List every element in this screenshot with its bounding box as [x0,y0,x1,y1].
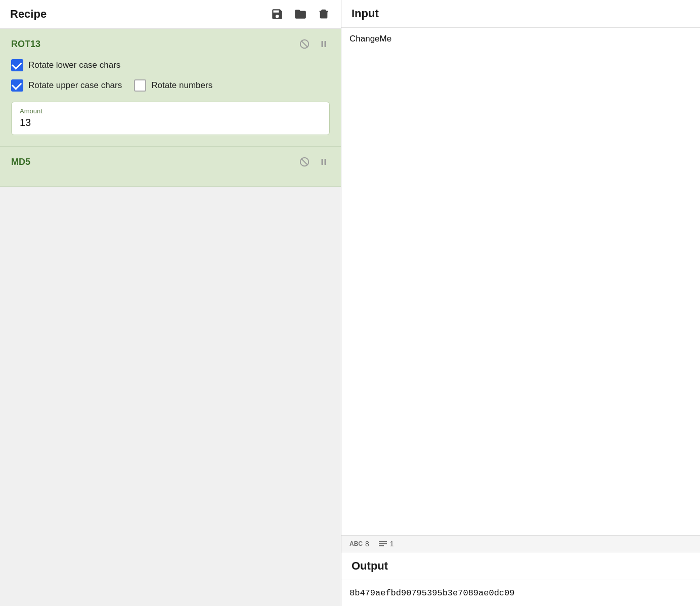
right-panel: Input ABC 8 1 Output 8b479aefbd90795395b… [341,0,700,606]
amount-field-wrapper: Amount 13 [11,102,330,135]
save-icon[interactable] [270,7,284,21]
md5-disable-icon[interactable] [298,156,311,168]
amount-value[interactable]: 13 [20,117,321,128]
lines-stat: 1 [378,540,394,548]
input-header: Input [341,0,700,28]
svg-line-8 [301,159,308,165]
rotate-upper-label: Rotate upper case chars [28,80,122,91]
rotate-lower-row: Rotate lower case chars [11,59,330,71]
output-title: Output [352,559,388,572]
rot13-disable-icon[interactable] [298,38,311,50]
amount-label: Amount [20,107,321,115]
rot13-title: ROT13 [11,39,40,50]
rotate-lower-checkbox[interactable] [11,59,23,71]
chars-icon: ABC [349,540,363,547]
md5-title: MD5 [11,157,30,167]
svg-rect-10 [325,159,326,165]
md5-header: MD5 [11,156,330,168]
chars-count: 8 [365,540,369,548]
rotate-numbers-label: Rotate numbers [151,80,212,91]
svg-rect-5 [322,41,323,47]
rot13-header: ROT13 [11,38,330,50]
left-panel: Recipe [0,0,341,606]
svg-rect-9 [322,159,323,165]
md5-controls [298,156,330,168]
rot13-controls [298,38,330,50]
input-textarea[interactable] [341,28,700,535]
recipe-title: Recipe [10,8,47,21]
lines-count: 1 [390,540,394,548]
rot13-pause-icon[interactable] [318,38,330,50]
output-value: 8b479aefbd90795395b3e7089ae0dc09 [341,580,700,606]
md5-block: MD5 [0,147,341,187]
chars-stat: ABC 8 [349,540,369,548]
output-section: Output 8b479aefbd90795395b3e7089ae0dc09 [341,552,700,606]
recipe-content: ROT13 [0,29,341,606]
md5-pause-icon[interactable] [318,156,330,168]
rotate-upper-item: Rotate upper case chars [11,79,122,92]
rotate-numbers-checkbox[interactable] [134,79,146,92]
rot13-block: ROT13 [0,29,341,147]
rotate-options-row: Rotate upper case chars Rotate numbers [11,79,330,92]
svg-line-4 [301,41,308,48]
input-title: Input [352,7,379,20]
output-header: Output [341,552,700,580]
folder-icon[interactable] [293,7,308,21]
recipe-header: Recipe [0,0,341,29]
recipe-header-icons [270,7,331,21]
rotate-upper-checkbox[interactable] [11,79,23,92]
svg-rect-6 [325,41,326,47]
rotate-lower-label: Rotate lower case chars [28,60,120,70]
rotate-numbers-item: Rotate numbers [134,79,212,92]
stats-bar: ABC 8 1 [341,535,700,552]
lines-icon [378,540,387,547]
delete-icon[interactable] [317,7,331,21]
